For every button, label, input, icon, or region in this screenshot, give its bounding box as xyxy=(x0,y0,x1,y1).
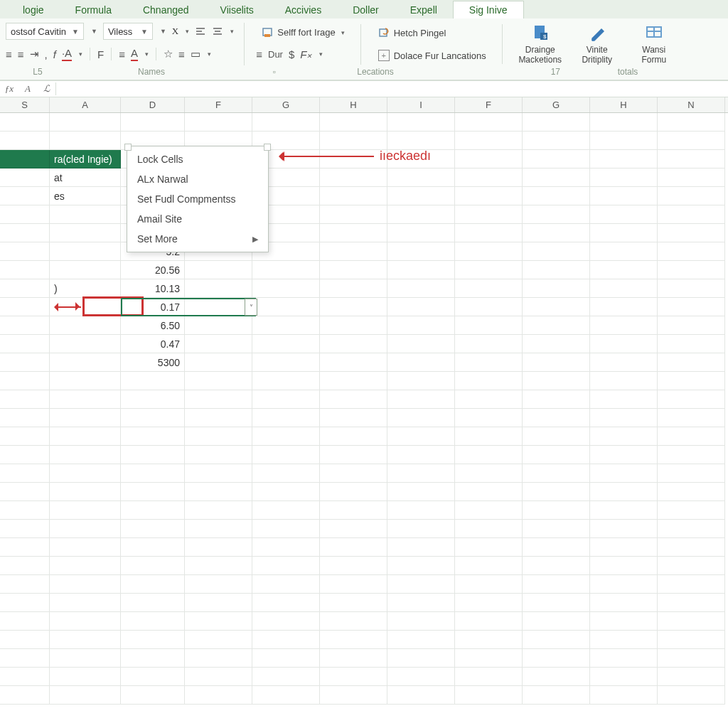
table-cell[interactable] xyxy=(50,335,121,353)
table-cell[interactable]: 0.47 xyxy=(121,335,185,353)
tab-0[interactable]: logie xyxy=(7,1,60,18)
table-cell[interactable] xyxy=(50,205,121,224)
col-header[interactable]: D xyxy=(121,97,185,112)
group-expand-icon[interactable]: ▫ xyxy=(233,67,276,77)
col-header[interactable]: H xyxy=(590,97,658,112)
drainge-button[interactable]: $ Drainge Macketions xyxy=(514,23,567,65)
table-cell[interactable]: 10.13 xyxy=(121,279,185,298)
ribbon: ostsof Cavitin ▼ ▼ Viless ▼ ▼ X▾ ▾ ≡ xyxy=(0,18,728,80)
strike-icon[interactable]: X xyxy=(172,26,178,37)
col-header[interactable]: A xyxy=(50,97,121,112)
pen-icon xyxy=(587,23,607,43)
font-style-combo[interactable]: Viless ▼ xyxy=(103,23,153,40)
star-icon[interactable]: ☆ xyxy=(164,48,173,60)
italic-icon[interactable]: f xyxy=(53,48,56,60)
svg-rect-2 xyxy=(196,33,205,35)
chevron-down-icon[interactable]: ▼ xyxy=(160,28,166,35)
col-header[interactable]: G xyxy=(252,97,320,112)
selffort-button[interactable]: Selff fort Irage ▾ xyxy=(256,24,350,41)
hetch-button[interactable]: Hetch Pingel xyxy=(373,24,452,41)
svg-rect-0 xyxy=(196,28,205,29)
font-style-value: Viless xyxy=(108,26,132,37)
fill-color-icon[interactable]: A xyxy=(131,47,138,61)
col-header[interactable]: N xyxy=(658,97,725,112)
ctx-item-lock-cells[interactable]: Lock Cells xyxy=(127,149,268,169)
link-icon xyxy=(262,27,273,38)
table-icon xyxy=(644,23,664,43)
svg-rect-5 xyxy=(213,33,222,35)
table-cell[interactable] xyxy=(50,242,121,261)
border-icon[interactable]: ▭ xyxy=(191,48,200,60)
chevron-down-icon: ▾ xyxy=(341,29,345,36)
tab-7[interactable]: Sig Inive xyxy=(453,1,524,18)
tab-3[interactable]: Viiselits xyxy=(205,1,269,18)
dolce-button[interactable]: + Dolace Fur Lancations xyxy=(373,47,492,64)
refresh-icon xyxy=(378,27,390,38)
group-label-4: totals xyxy=(560,67,695,77)
col-header[interactable]: F xyxy=(185,97,252,112)
cell-dropdown-button[interactable]: ˅ xyxy=(245,299,257,316)
hetch-label: Hetch Pingel xyxy=(394,28,446,38)
svg-rect-3 xyxy=(213,28,222,29)
chevron-down-icon[interactable]: ▼ xyxy=(91,28,97,35)
tab-6[interactable]: Expell xyxy=(395,1,453,18)
dur-label[interactable]: Dur xyxy=(268,49,283,60)
svg-rect-8 xyxy=(380,29,387,36)
fx-icon-1[interactable]: ƒx xyxy=(0,83,18,95)
table-cell[interactable]: es xyxy=(50,187,121,205)
svg-rect-7 xyxy=(264,34,270,37)
wansi-button[interactable]: Wansi Formu xyxy=(628,23,680,65)
table-header-cell[interactable]: ra(cled Ingie) xyxy=(50,150,121,168)
col-header[interactable]: F xyxy=(455,97,523,112)
merge-icon[interactable]: ⇥ xyxy=(30,48,39,60)
clear-format-icon[interactable]: F✕ xyxy=(300,48,312,60)
dolce-label: Dolace Fur Lancations xyxy=(394,50,486,61)
paragraph-icon[interactable] xyxy=(195,26,206,37)
table-cell[interactable]: ) xyxy=(50,279,121,298)
font-color-icon[interactable]: ·A xyxy=(62,47,72,61)
ctx-item-set-more[interactable]: Set More ▶ xyxy=(127,229,268,249)
fx-icon-2[interactable]: A xyxy=(18,83,37,95)
formula-input[interactable] xyxy=(56,81,728,97)
chevron-right-icon: ▶ xyxy=(252,235,258,244)
col-header[interactable]: I xyxy=(387,97,455,112)
align-left-icon[interactable]: ≡ xyxy=(6,48,12,60)
formula-bar: ƒx A ℒ xyxy=(0,80,728,97)
table-cell[interactable] xyxy=(50,224,121,242)
ctx-item-amail-site[interactable]: Amail Site xyxy=(127,209,268,229)
table-cell[interactable]: 20.56 xyxy=(121,261,185,279)
group-label-1: L5 xyxy=(6,67,70,77)
tab-5[interactable]: Doller xyxy=(337,1,395,18)
annotation-arrow-top-head xyxy=(274,151,284,161)
col-header[interactable]: G xyxy=(523,97,590,112)
align-center-icon[interactable]: ≡ xyxy=(18,48,24,60)
align-icon[interactable] xyxy=(212,26,223,37)
font-name-combo[interactable]: ostsof Cavitin ▼ xyxy=(6,23,84,40)
table-cell[interactable]: 6.50 xyxy=(121,316,185,335)
bold-icon[interactable]: ≡ xyxy=(119,48,125,60)
tab-4[interactable]: Accivies xyxy=(269,1,337,18)
table-cell[interactable] xyxy=(50,261,121,279)
ctx-item-alx-narwal[interactable]: ALx Narwal xyxy=(127,169,268,189)
fx-icon-3[interactable]: ℒ xyxy=(37,83,55,95)
table-cell[interactable]: 0.17 xyxy=(121,298,185,316)
tab-1[interactable]: Formula xyxy=(60,1,127,18)
currency-icon[interactable]: $ xyxy=(289,48,294,60)
ribbon-tabs: logie Formula Chnanged Viiselits Accivie… xyxy=(0,0,728,18)
table-cell[interactable]: 5300 xyxy=(121,353,185,372)
lines-icon[interactable]: ≡ xyxy=(178,48,185,60)
indent-icon[interactable]: ≡ xyxy=(256,48,262,60)
col-header[interactable]: H xyxy=(320,97,387,112)
format-icon[interactable]: F xyxy=(97,48,104,60)
spreadsheet-grid[interactable]: ra(cled Ingie) Lock Cells ALx Narwal Set… xyxy=(0,113,728,705)
tab-2[interactable]: Chnanged xyxy=(127,1,205,18)
ctx-item-set-fudl[interactable]: Set Fudl Compmentss xyxy=(127,189,268,209)
annotation-arrow-left-head xyxy=(75,302,84,311)
table-cell[interactable] xyxy=(50,316,121,335)
col-header[interactable]: S xyxy=(0,97,50,112)
vinite-button[interactable]: Vinite Dritiplity xyxy=(571,23,623,65)
svg-rect-1 xyxy=(196,31,202,32)
group-label-3: Lecations xyxy=(276,67,475,77)
table-cell[interactable]: at xyxy=(50,168,121,187)
table-cell[interactable] xyxy=(50,353,121,372)
